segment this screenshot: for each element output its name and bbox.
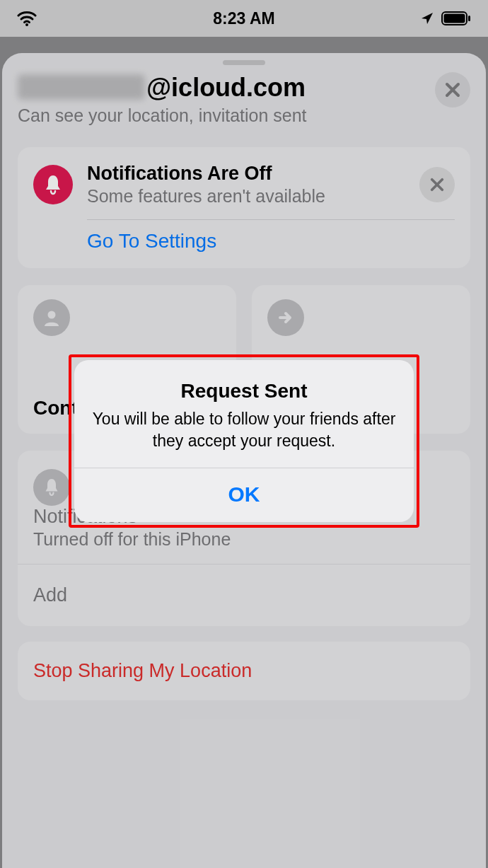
svg-rect-3: [468, 16, 470, 21]
highlight-annotation: Request Sent You will be able to follow …: [69, 354, 419, 528]
alert-title: Request Sent: [91, 380, 397, 403]
status-bar: 8:23 AM: [0, 0, 488, 37]
request-sent-alert: Request Sent You will be able to follow …: [74, 360, 414, 522]
location-icon: [420, 11, 434, 25]
ok-button[interactable]: OK: [74, 468, 414, 522]
battery-icon: [441, 11, 471, 25]
status-time: 8:23 AM: [213, 9, 274, 28]
svg-rect-2: [444, 14, 465, 23]
alert-message: You will be able to follow your friends …: [91, 408, 397, 452]
wifi-icon: [17, 11, 37, 26]
svg-point-0: [25, 23, 28, 26]
